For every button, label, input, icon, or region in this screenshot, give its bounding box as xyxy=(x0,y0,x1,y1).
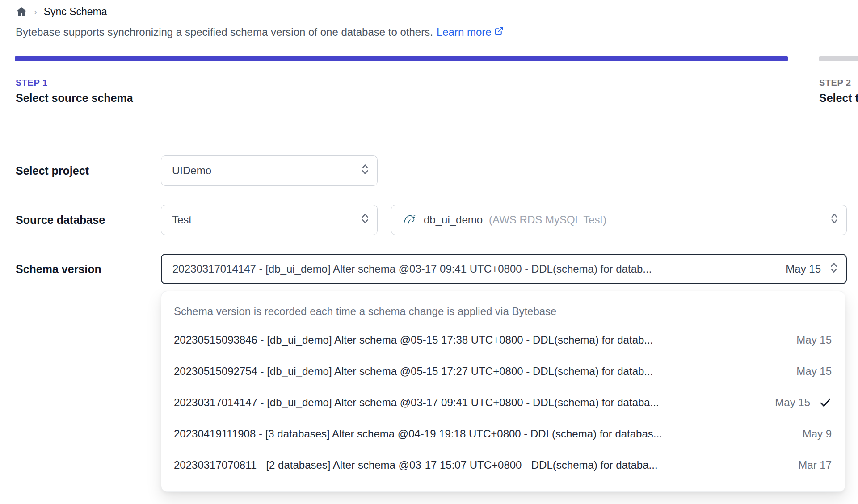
dropdown-note: Schema version is recorded each time a s… xyxy=(161,298,845,324)
schema-version-option[interactable]: 20230515092754 - [db_ui_demo] Alter sche… xyxy=(161,356,845,387)
project-select[interactable]: UIDemo xyxy=(161,155,378,186)
source-database-label: Source database xyxy=(16,214,161,227)
database-select[interactable]: db_ui_demo (AWS RDS MySQL Test) xyxy=(391,205,847,235)
page-title: Sync Schema xyxy=(44,6,107,18)
select-project-row: Select project UIDemo xyxy=(16,155,858,186)
environment-select-value: Test xyxy=(172,214,360,226)
project-select-value: UIDemo xyxy=(172,164,360,177)
schema-version-option-selected[interactable]: 20230317014147 - [db_ui_demo] Alter sche… xyxy=(161,387,845,418)
external-link-icon xyxy=(494,26,504,38)
environment-select[interactable]: Test xyxy=(161,205,378,235)
learn-more-link[interactable]: Learn more xyxy=(437,26,504,38)
home-icon[interactable] xyxy=(16,6,27,17)
step-progress-track xyxy=(16,56,858,61)
schema-version-row: Schema version 20230317014147 - [db_ui_d… xyxy=(16,254,858,284)
breadcrumb: › Sync Schema xyxy=(16,0,858,15)
option-date: May 15 xyxy=(775,396,810,409)
mysql-icon xyxy=(402,212,417,228)
database-detail: (AWS RDS MySQL Test) xyxy=(489,214,606,226)
option-date: May 9 xyxy=(798,428,832,440)
step-2-title: Select t xyxy=(819,92,858,105)
step1-progress-bar xyxy=(15,56,788,61)
option-date: Mar 17 xyxy=(798,459,832,471)
schema-version-option[interactable]: 20230419111908 - [3 databases] Alter sch… xyxy=(161,418,845,449)
step-2-label: STEP 2 xyxy=(819,78,858,88)
chevron-up-down-icon xyxy=(360,163,370,179)
schema-version-select[interactable]: 20230317014147 - [db_ui_demo] Alter sche… xyxy=(161,254,847,284)
step-1-title: Select source schema xyxy=(16,92,858,105)
schema-version-date: May 15 xyxy=(786,263,821,275)
schema-version-value: 20230317014147 - [db_ui_demo] Alter sche… xyxy=(172,263,781,275)
schema-version-dropdown: Schema version is recorded each time a s… xyxy=(161,291,845,492)
option-date: May 15 xyxy=(796,365,832,378)
step2-progress-bar xyxy=(819,56,858,61)
learn-more-label: Learn more xyxy=(437,26,492,38)
chevron-up-down-icon xyxy=(360,212,370,228)
option-text: 20230515093846 - [db_ui_demo] Alter sche… xyxy=(174,334,789,346)
chevron-up-down-icon xyxy=(829,261,839,277)
step-1-label: STEP 1 xyxy=(16,78,858,88)
option-text: 20230317070811 - [2 databases] Alter sch… xyxy=(174,459,791,471)
select-project-label: Select project xyxy=(16,164,161,177)
description-text: Bytebase supports synchronizing a specif… xyxy=(16,26,433,38)
option-text: 20230419111908 - [3 databases] Alter sch… xyxy=(174,428,791,440)
chevron-up-down-icon xyxy=(829,212,839,228)
source-schema-form: Select project UIDemo Source database Te… xyxy=(16,155,858,492)
source-database-row: Source database Test db_ui_demo xyxy=(16,205,858,235)
panel-edge-divider xyxy=(2,0,2,504)
breadcrumb-chevron-icon: › xyxy=(34,7,37,16)
database-name: db_ui_demo xyxy=(424,214,483,226)
step-2: STEP 2 Select t xyxy=(819,78,858,105)
steps-header: STEP 1 Select source schema STEP 2 Selec… xyxy=(16,78,858,109)
option-date: May 15 xyxy=(796,334,832,346)
page-description: Bytebase supports synchronizing a specif… xyxy=(16,26,858,38)
schema-version-option[interactable]: 20230515093846 - [db_ui_demo] Alter sche… xyxy=(161,324,845,356)
option-text: 20230515092754 - [db_ui_demo] Alter sche… xyxy=(174,365,789,378)
option-text: 20230317014147 - [db_ui_demo] Alter sche… xyxy=(174,396,768,409)
schema-version-label: Schema version xyxy=(16,263,161,276)
check-icon xyxy=(810,397,832,408)
step-1: STEP 1 Select source schema xyxy=(16,78,858,105)
sync-schema-page: › Sync Schema Bytebase supports synchron… xyxy=(0,0,858,492)
schema-version-option[interactable]: 20230317070811 - [2 databases] Alter sch… xyxy=(161,449,845,481)
